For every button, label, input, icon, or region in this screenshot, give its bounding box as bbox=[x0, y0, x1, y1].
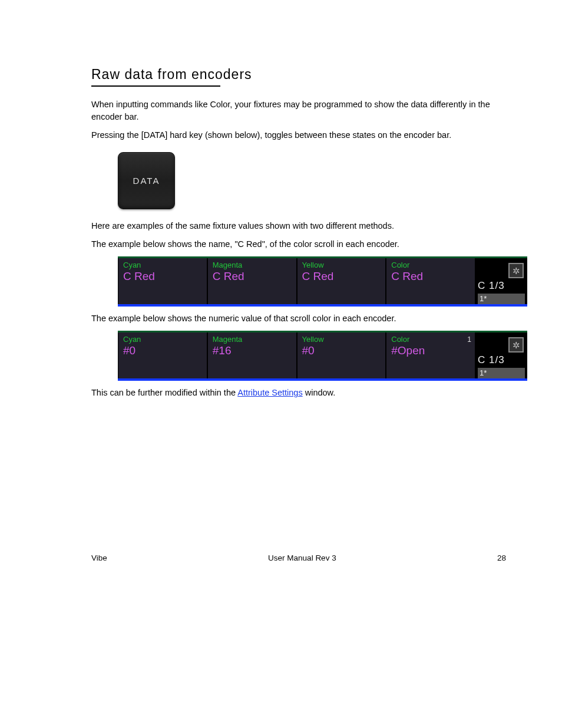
encoder-bar-numeric: Cyan #0 Magenta #16 Yellow #0 Color 1 #O… bbox=[118, 331, 527, 381]
encoder-footer: 1* bbox=[478, 294, 525, 305]
encoder-value: C Red bbox=[302, 270, 381, 283]
encoder-label: Color bbox=[391, 261, 470, 269]
attribute-settings-link[interactable]: Attribute Settings bbox=[237, 388, 302, 397]
encoder-label: Yellow bbox=[302, 261, 381, 269]
intro-para-2: Pressing the [DATA] hard key (shown belo… bbox=[91, 129, 518, 141]
encoder-value: #16 bbox=[213, 344, 292, 357]
section-heading: Raw data from encoders bbox=[91, 65, 518, 84]
encoder-index: 1 bbox=[467, 335, 471, 345]
encoder-footer: 1* bbox=[478, 368, 525, 379]
encoder-label: Cyan bbox=[123, 335, 202, 343]
encoder-cell-cyan[interactable]: Cyan #0 bbox=[118, 332, 207, 378]
encoder-label: Magenta bbox=[213, 335, 292, 343]
encoder-cell-magenta[interactable]: Magenta #16 bbox=[207, 332, 297, 378]
afterword: This can be further modified within the … bbox=[91, 387, 518, 399]
encoder-cell-yellow[interactable]: Yellow #0 bbox=[297, 332, 386, 378]
encoder-cell-color[interactable]: Color 1 #Open bbox=[386, 332, 475, 378]
footer-page: 28 bbox=[497, 552, 506, 564]
encoder-page-indicator: C 1/3 bbox=[478, 353, 505, 368]
footer-product: Vibe bbox=[91, 552, 107, 564]
encoder-value: C Red bbox=[123, 270, 202, 283]
encoder-label: Cyan bbox=[123, 261, 202, 269]
examples-intro: Here are examples of the same fixture va… bbox=[91, 220, 518, 232]
encoder-value: #0 bbox=[123, 344, 202, 357]
encoder-control-panel: ✲ C 1/3 1* bbox=[475, 332, 527, 378]
encoder-label: Yellow bbox=[302, 335, 381, 343]
data-hard-key[interactable]: DATA bbox=[118, 152, 175, 209]
encoder-cell-magenta[interactable]: Magenta C Red bbox=[207, 258, 297, 304]
encoder-label: Magenta bbox=[213, 261, 292, 269]
encoder-bar-named: Cyan C Red Magenta C Red Yellow C Red Co… bbox=[118, 256, 527, 307]
encoder-control-panel: ✲ C 1/3 1* bbox=[475, 258, 527, 304]
encoder-value: #0 bbox=[302, 344, 381, 357]
gear-icon[interactable]: ✲ bbox=[508, 337, 524, 353]
encoder-cell-cyan[interactable]: Cyan C Red bbox=[118, 258, 207, 304]
example2-caption: The example below shows the numeric valu… bbox=[91, 312, 518, 325]
encoder-value: C Red bbox=[391, 270, 470, 283]
encoder-cell-color[interactable]: Color C Red bbox=[386, 258, 475, 304]
encoder-cell-yellow[interactable]: Yellow C Red bbox=[297, 258, 386, 304]
encoder-value: C Red bbox=[213, 270, 292, 283]
footer-manual: User Manual Rev 3 bbox=[268, 552, 336, 564]
heading-rule bbox=[91, 85, 220, 87]
encoder-page-indicator: C 1/3 bbox=[478, 279, 505, 294]
encoder-label: Color bbox=[391, 335, 470, 343]
encoder-value: #Open bbox=[391, 344, 470, 357]
page-footer: Vibe User Manual Rev 3 28 bbox=[91, 552, 518, 564]
gear-icon[interactable]: ✲ bbox=[508, 263, 524, 278]
intro-para-1: When inputting commands like Color, your… bbox=[91, 98, 518, 123]
example1-caption: The example below shows the name, "C Red… bbox=[91, 238, 518, 251]
